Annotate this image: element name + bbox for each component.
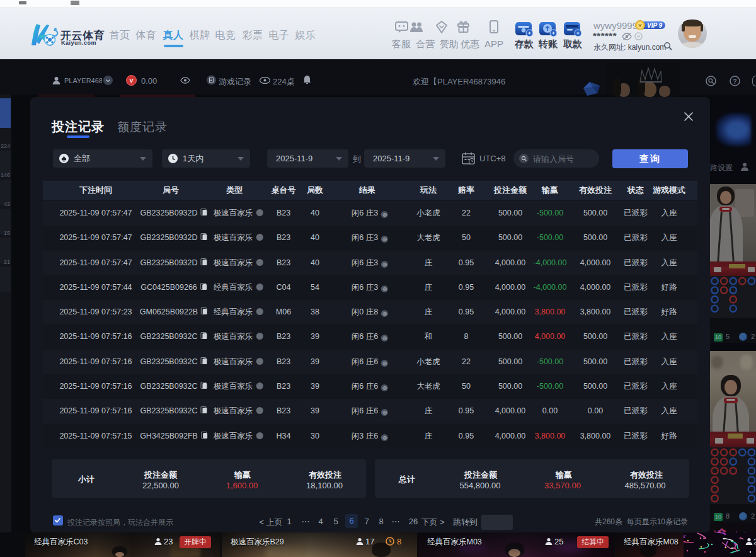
svg-text:V: V	[129, 78, 133, 84]
svg-text:?: ?	[733, 78, 736, 85]
svg-text:VIP 9: VIP 9	[647, 22, 663, 29]
